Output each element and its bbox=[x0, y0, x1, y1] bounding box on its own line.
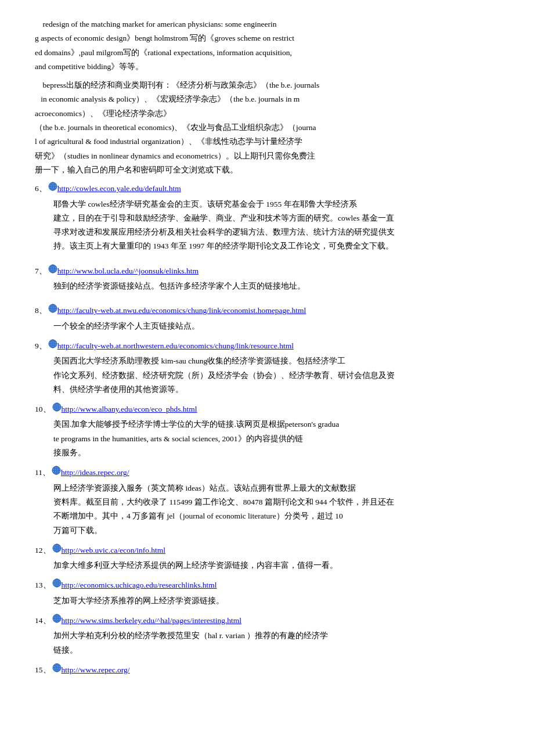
intro-section: redesign of the matching market for amer… bbox=[35, 17, 499, 74]
item-number: 14、 bbox=[35, 614, 51, 628]
resource-item-9: 14、 http://www.sims.berkeley.edu/^hal/pa… bbox=[35, 614, 499, 657]
resource-url[interactable]: http://faculty-web.at.northwestern.edu/e… bbox=[57, 339, 294, 353]
item-number: 15、 bbox=[35, 663, 51, 677]
ie-browser-icon bbox=[48, 264, 57, 278]
resource-item-1: 6、 http://cowles.econ.yale.edu/default.h… bbox=[35, 182, 499, 253]
resource-item-7: 12、 http://web.uvic.ca/econ/info.html加拿大… bbox=[35, 543, 499, 573]
link-line: 14、 http://www.sims.berkeley.edu/^hal/pa… bbox=[35, 614, 499, 628]
resource-desc: 独到的经济学资源链接站点。包括许多经济学家个人主页的链接地址。 bbox=[53, 279, 499, 293]
bepress-section: bepress出版的经济和商业类期刊有：《经济分析与政策杂志》（the b.e.… bbox=[35, 78, 499, 177]
resource-desc: 加州大学柏克利分校的经济学教授范里安（hal r. varian ）推荐的有趣的… bbox=[53, 629, 499, 657]
item-number: 9、 bbox=[35, 339, 47, 353]
resource-url[interactable]: http://www.albany.edu/econ/eco_phds.html bbox=[62, 402, 197, 416]
bepress-para: bepress出版的经济和商业类期刊有：《经济分析与政策杂志》（the b.e.… bbox=[35, 78, 499, 177]
resource-url[interactable]: http://www.sims.berkeley.edu/^hal/pages/… bbox=[62, 614, 242, 628]
resource-desc: 耶鲁大学 cowles经济学研究基金会的主页。该研究基金会于 1955 年在耶鲁… bbox=[53, 197, 499, 254]
resource-desc: 加拿大维多利亚大学经济系提供的网上经济学资源链接，内容丰富，值得一看。 bbox=[53, 559, 499, 573]
resource-desc: 一个较全的经济学家个人主页链接站点。 bbox=[53, 319, 499, 333]
link-line: 11、 http://ideas.repec.org/ bbox=[35, 466, 499, 480]
resource-item-6: 11、 http://ideas.repec.org/网上经济学资源接入服务（英… bbox=[35, 466, 499, 537]
resource-url[interactable]: http://www.bol.ucla.edu/^joonsuk/elinks.… bbox=[57, 264, 199, 278]
resource-url[interactable]: http://economics.uchicago.edu/researchli… bbox=[62, 578, 217, 592]
resource-desc: 美国.加拿大能够授予经济学博士学位的大学的链接.该网页是根据peterson's… bbox=[53, 417, 499, 460]
link-line: 12、 http://web.uvic.ca/econ/info.html bbox=[35, 543, 499, 557]
ie-browser-icon bbox=[48, 182, 57, 196]
ie-browser-icon bbox=[52, 663, 62, 677]
item-number: 6、 bbox=[35, 182, 47, 196]
resource-item-8: 13、 http://economics.uchicago.edu/resear… bbox=[35, 578, 499, 608]
item-number: 12、 bbox=[35, 543, 51, 557]
resource-desc: 网上经济学资源接入服务（英文简称 ideas）站点。该站点拥有世界上最大的文献数… bbox=[53, 481, 499, 538]
link-line: 9、 http://faculty-web.at.northwestern.ed… bbox=[35, 339, 499, 353]
ie-browser-icon bbox=[52, 466, 61, 480]
item-number: 11、 bbox=[35, 466, 50, 480]
link-line: 7、 http://www.bol.ucla.edu/^joonsuk/elin… bbox=[35, 264, 499, 278]
main-content: redesign of the matching market for amer… bbox=[35, 17, 499, 677]
link-line: 6、 http://cowles.econ.yale.edu/default.h… bbox=[35, 182, 499, 196]
resource-url[interactable]: http://faculty-web.at.nwu.edu/economics/… bbox=[57, 304, 306, 318]
resource-desc: 美国西北大学经济系助理教授 kim-sau chung收集的经济学资源链接。包括… bbox=[53, 354, 499, 397]
resource-desc: 芝加哥大学经济系推荐的网上经济学资源链接。 bbox=[53, 594, 499, 608]
item-number: 13、 bbox=[35, 578, 51, 592]
item-number: 10、 bbox=[35, 402, 51, 416]
link-line: 13、 http://economics.uchicago.edu/resear… bbox=[35, 578, 499, 592]
ie-browser-icon bbox=[48, 339, 57, 353]
link-line: 8、 http://faculty-web.at.nwu.edu/economi… bbox=[35, 304, 499, 318]
resource-url[interactable]: http://cowles.econ.yale.edu/default.htm bbox=[57, 182, 181, 196]
item-number: 8、 bbox=[35, 304, 47, 318]
ie-browser-icon bbox=[52, 402, 62, 416]
resource-url[interactable]: http://www.repec.org/ bbox=[62, 663, 130, 677]
resource-item-2: 7、 http://www.bol.ucla.edu/^joonsuk/elin… bbox=[35, 264, 499, 294]
resource-item-3: 8、 http://faculty-web.at.nwu.edu/economi… bbox=[35, 304, 499, 333]
resource-item-10: 15、 http://www.repec.org/ bbox=[35, 663, 499, 677]
link-line: 10、 http://www.albany.edu/econ/eco_phds.… bbox=[35, 402, 499, 416]
link-line: 15、 http://www.repec.org/ bbox=[35, 663, 499, 677]
ie-browser-icon bbox=[52, 578, 62, 592]
resource-list: 6、 http://cowles.econ.yale.edu/default.h… bbox=[35, 182, 499, 677]
ie-browser-icon bbox=[52, 614, 62, 628]
resource-item-4: 9、 http://faculty-web.at.northwestern.ed… bbox=[35, 339, 499, 397]
resource-url[interactable]: http://ideas.repec.org/ bbox=[61, 466, 129, 480]
intro-para: redesign of the matching market for amer… bbox=[35, 17, 499, 74]
item-number: 7、 bbox=[35, 264, 47, 278]
resource-url[interactable]: http://web.uvic.ca/econ/info.html bbox=[62, 543, 166, 557]
ie-browser-icon bbox=[48, 304, 57, 318]
ie-browser-icon bbox=[52, 543, 62, 557]
resource-item-5: 10、 http://www.albany.edu/econ/eco_phds.… bbox=[35, 402, 499, 460]
